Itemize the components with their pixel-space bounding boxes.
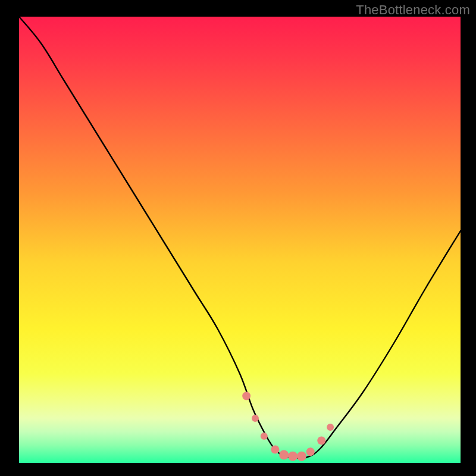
highlight-marker [297, 452, 306, 461]
highlight-marker [261, 433, 268, 440]
watermark-label: TheBottleneck.com [356, 2, 470, 18]
highlight-marker [327, 424, 334, 431]
highlight-marker [279, 450, 289, 460]
highlight-marker [306, 447, 315, 456]
chart-frame: TheBottleneck.com [0, 0, 476, 476]
chart-canvas [0, 0, 476, 476]
highlight-marker [252, 415, 259, 422]
highlight-marker [271, 446, 279, 454]
highlight-marker [288, 452, 298, 461]
gradient-background [19, 17, 461, 463]
highlight-marker [317, 437, 325, 445]
highlight-marker [242, 392, 250, 400]
